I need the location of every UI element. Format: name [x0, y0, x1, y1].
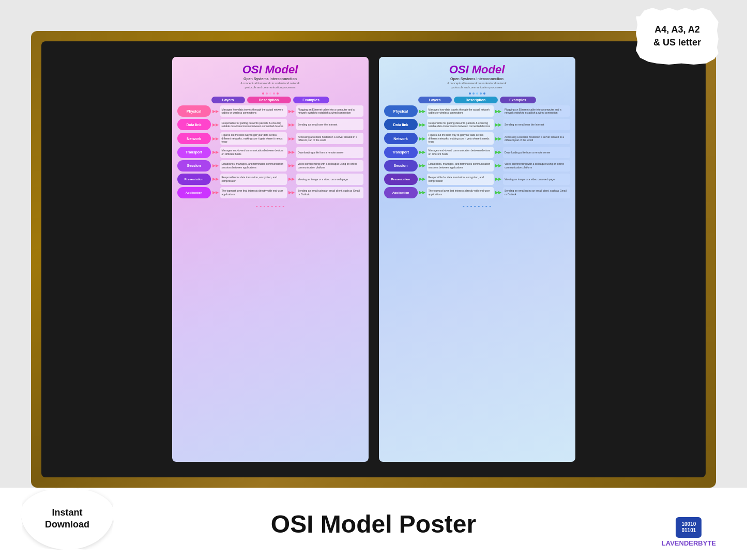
arrow-blue-datalink: ▶▶ [419, 122, 425, 127]
black-inner: OSI Model Open Systems Interconnection A… [41, 41, 706, 477]
col-header-examples-pink: Examples [293, 97, 329, 103]
arrow-blue-network: ▶▶ [419, 136, 425, 141]
arrow2-blue-application: ▶▶ [495, 190, 501, 195]
layer-desc-transport-pink: Manages end-to-end communication between… [220, 147, 287, 158]
layer-desc-application-blue: The topmost layer that interacts directl… [427, 187, 494, 198]
size-badge: A4, A3, A2 & US letter [636, 8, 719, 65]
layer-row-transport-pink: Transport ▶▶ Manages end-to-end communic… [177, 147, 363, 158]
layer-example-application-pink: Sending an email using an email client, … [296, 187, 363, 198]
layer-desc-presentation-pink: Responsible for data translation, encryp… [220, 174, 287, 185]
layer-desc-datalink-pink: Responsible for putting data into packet… [220, 119, 287, 130]
arrow-pink-physical: ▶▶ [212, 109, 219, 114]
layer-row-network-blue: Network ▶▶ Figures out the best way to g… [384, 132, 570, 145]
arrow2-pink-application: ▶▶ [288, 190, 295, 195]
size-badge-text: A4, A3, A2 & US letter [653, 23, 701, 49]
wood-frame: OSI Model Open Systems Interconnection A… [31, 31, 716, 488]
layer-row-datalink-pink: Data link ▶▶ Responsible for putting dat… [177, 119, 363, 130]
dots-decoration-blue [384, 92, 570, 95]
layer-desc-application-pink: The topmost layer that interacts directl… [220, 187, 287, 198]
layer-example-network-blue: Accessing a website hosted on a server l… [503, 133, 570, 144]
layer-desc-presentation-blue: Responsible for data translation, encryp… [427, 174, 494, 185]
arrow-blue-application: ▶▶ [419, 190, 425, 195]
layer-name-session-blue: Session [384, 160, 418, 172]
poster-footer-pink: - - - - - - - - [177, 203, 363, 210]
bottom-title: OSI Model Poster [271, 510, 476, 538]
col-header-desc-pink: Description [247, 97, 291, 103]
layer-name-presentation-pink: Presentation [177, 174, 211, 185]
layer-name-transport-pink: Transport [177, 147, 211, 158]
col-headers-pink: Layers Description Examples [177, 97, 363, 103]
layer-name-session-pink: Session [177, 160, 211, 172]
layer-row-application-pink: Application ▶▶ The topmost layer that in… [177, 187, 363, 198]
arrow2-blue-session: ▶▶ [495, 163, 501, 168]
arrow2-pink-presentation: ▶▶ [288, 177, 295, 181]
poster-subtitle-blue: Open Systems Interconnection [384, 77, 570, 81]
layer-name-transport-blue: Transport [384, 147, 418, 158]
arrow-pink-session: ▶▶ [212, 163, 219, 168]
layer-name-physical-pink: Physical [177, 105, 211, 117]
col-header-desc-blue: Description [454, 97, 498, 103]
layer-example-transport-blue: Downloading a file from a remote server [503, 147, 570, 158]
layer-example-datalink-blue: Sending an email over the Internet [503, 119, 570, 130]
layer-example-physical-blue: Plugging an Ethernet cable into a comput… [503, 105, 570, 117]
arrow-blue-physical: ▶▶ [419, 109, 425, 114]
poster-blue: OSI Model Open Systems Interconnection A… [379, 57, 575, 462]
arrow-blue-transport: ▶▶ [419, 150, 425, 154]
layer-example-transport-pink: Downloading a file from a remote server [296, 147, 363, 158]
layer-row-network-pink: Network ▶▶ Figures out the best way to g… [177, 132, 363, 145]
layer-example-datalink-pink: Sending an email over the Internet [296, 119, 363, 130]
layer-example-application-blue: Sending an email using an email client, … [503, 187, 570, 198]
arrow2-blue-datalink: ▶▶ [495, 122, 501, 127]
col-header-layers-pink: Layers [211, 97, 245, 103]
layer-row-application-blue: Application ▶▶ The topmost layer that in… [384, 187, 570, 198]
layer-example-presentation-blue: Viewing an image or a video on a web pag… [503, 174, 570, 185]
layer-row-presentation-pink: Presentation ▶▶ Responsible for data tra… [177, 174, 363, 185]
poster-footer-blue: - - - - - - - - [384, 203, 570, 210]
layer-example-presentation-pink: Viewing an image or a video on a web pag… [296, 174, 363, 185]
layer-name-application-blue: Application [384, 187, 418, 198]
layer-example-physical-pink: Plugging an Ethernet cable into a comput… [296, 105, 363, 117]
poster-desc-blue: A conceptual framework to understand net… [384, 82, 570, 89]
layer-row-datalink-blue: Data link ▶▶ Responsible for putting dat… [384, 119, 570, 130]
arrow2-blue-network: ▶▶ [495, 136, 501, 141]
layer-desc-network-pink: Figures out the best way to get your dat… [220, 132, 287, 145]
dots-decoration-pink [177, 92, 363, 95]
layer-row-transport-blue: Transport ▶▶ Manages end-to-end communic… [384, 147, 570, 158]
layer-example-session-blue: Video conferencing with a colleague usin… [503, 160, 570, 172]
layer-row-physical-pink: Physical ▶▶ Manages how data travels thr… [177, 105, 363, 117]
layer-row-session-pink: Session ▶▶ Establishes, manages, and ter… [177, 160, 363, 172]
layer-name-presentation-blue: Presentation [384, 174, 418, 185]
arrow-pink-transport: ▶▶ [212, 150, 219, 154]
bottom-area: OSI Model Poster [0, 488, 747, 560]
instant-download-text: Instant Download [45, 507, 89, 531]
layer-desc-network-blue: Figures out the best way to get your dat… [427, 132, 494, 145]
brand-logo: 1001001101 [676, 517, 702, 538]
arrow2-pink-session: ▶▶ [288, 163, 295, 168]
arrow-pink-application: ▶▶ [212, 190, 219, 195]
poster-title-blue: OSI Model [384, 63, 570, 76]
layer-example-network-pink: Accessing a website hosted on a server l… [296, 133, 363, 144]
col-header-layers-blue: Layers [418, 97, 452, 103]
brand: 1001001101 LAVENDERBYTE [662, 517, 716, 547]
col-header-examples-blue: Examples [500, 97, 536, 103]
poster-pink: OSI Model Open Systems Interconnection A… [172, 57, 369, 462]
layer-name-network-blue: Network [384, 133, 418, 144]
layer-name-physical-blue: Physical [384, 105, 418, 117]
arrow-pink-network: ▶▶ [212, 136, 219, 141]
layer-desc-physical-pink: Manages how data travels through the act… [220, 105, 287, 117]
poster-subtitle-pink: Open Systems Interconnection [177, 77, 363, 81]
arrow2-blue-physical: ▶▶ [495, 109, 501, 114]
layer-name-network-pink: Network [177, 133, 211, 144]
layer-desc-session-blue: Establishes, manages, and terminates com… [427, 160, 494, 172]
layer-row-presentation-blue: Presentation ▶▶ Responsible for data tra… [384, 174, 570, 185]
layer-desc-datalink-blue: Responsible for putting data into packet… [427, 119, 494, 130]
arrow2-pink-transport: ▶▶ [288, 150, 295, 154]
layer-name-datalink-pink: Data link [177, 119, 211, 130]
arrow2-pink-physical: ▶▶ [288, 109, 295, 114]
poster-title-pink: OSI Model [177, 63, 363, 76]
arrow-pink-presentation: ▶▶ [212, 177, 219, 181]
arrow2-pink-datalink: ▶▶ [288, 122, 295, 127]
layer-row-session-blue: Session ▶▶ Establishes, manages, and ter… [384, 160, 570, 172]
layer-desc-transport-blue: Manages end-to-end communication between… [427, 147, 494, 158]
layer-desc-session-pink: Establishes, manages, and terminates com… [220, 160, 287, 172]
